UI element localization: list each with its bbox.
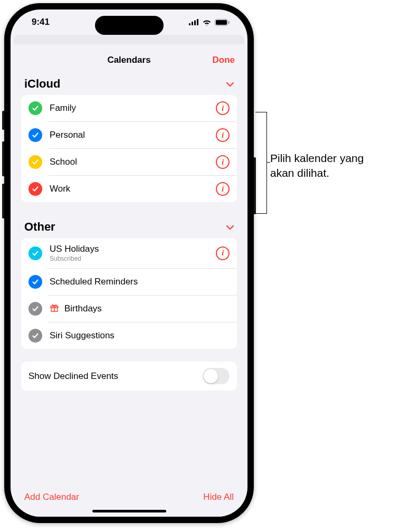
add-calendar-button[interactable]: Add Calendar <box>24 492 79 502</box>
chevron-down-icon <box>226 223 234 232</box>
check-icon <box>28 101 42 115</box>
hide-all-button[interactable]: Hide All <box>203 492 234 502</box>
check-icon <box>28 329 42 343</box>
gift-icon <box>50 303 59 315</box>
check-icon <box>28 302 42 316</box>
info-button[interactable]: i <box>216 155 230 169</box>
svg-rect-0 <box>189 23 190 25</box>
callout-line2: akan dilihat. <box>270 167 329 179</box>
status-icons <box>189 19 230 26</box>
callout-line1: Pilih kalender yang <box>270 152 364 164</box>
callout-tick <box>255 112 267 112</box>
calendar-row-personal[interactable]: Personal i <box>21 122 237 148</box>
section-title: iCloud <box>24 77 60 91</box>
show-declined-row: Show Declined Events <box>21 362 237 391</box>
calendars-sheet: Calendars Done iCloud Family i <box>13 44 245 517</box>
calendar-label: US Holidays <box>50 244 208 254</box>
calendar-label: Scheduled Reminders <box>50 277 230 287</box>
calendar-row-us-holidays[interactable]: US Holidays Subscribed i <box>21 238 237 268</box>
calendar-row-work[interactable]: Work i <box>21 176 237 202</box>
other-list: US Holidays Subscribed i Scheduled Remin… <box>21 238 237 349</box>
options-list: Show Declined Events <box>21 362 237 391</box>
show-declined-label: Show Declined Events <box>28 371 118 382</box>
status-bar: 9:41 <box>11 10 247 35</box>
check-icon <box>28 182 42 196</box>
svg-rect-1 <box>192 22 193 25</box>
svg-rect-3 <box>197 19 198 25</box>
check-icon <box>28 128 42 142</box>
info-button[interactable]: i <box>216 182 230 196</box>
svg-rect-6 <box>228 21 230 24</box>
status-time: 9:41 <box>32 17 50 27</box>
calendar-label: School <box>50 157 208 167</box>
calendar-row-siri-suggestions[interactable]: Siri Suggestions <box>21 322 237 349</box>
wifi-icon <box>202 19 212 26</box>
svg-rect-5 <box>216 20 227 25</box>
info-button[interactable]: i <box>216 246 230 260</box>
show-declined-toggle[interactable] <box>203 368 230 384</box>
phone-screen: 9:41 Calendars Done iCloud <box>11 10 247 517</box>
sheet-title: Calendars <box>107 55 150 65</box>
home-indicator[interactable] <box>92 510 166 512</box>
sheet-header: Calendars Done <box>13 48 245 72</box>
calendar-label: Work <box>50 184 208 194</box>
calendar-label: Personal <box>50 130 208 140</box>
callout-text: Pilih kalender yang akan dilihat. <box>270 151 364 181</box>
done-button[interactable]: Done <box>213 55 235 65</box>
calendar-row-school[interactable]: School i <box>21 149 237 175</box>
callout-tick <box>255 213 267 214</box>
calendar-label: Siri Suggestions <box>50 330 230 341</box>
svg-rect-2 <box>194 21 196 26</box>
check-icon <box>28 246 42 260</box>
bottom-toolbar: Add Calendar Hide All <box>13 484 245 505</box>
background-sheet-strip <box>14 35 244 44</box>
calendar-row-birthdays[interactable]: Birthdays <box>21 296 237 322</box>
calendar-label: Birthdays <box>64 303 230 314</box>
calendar-row-family[interactable]: Family i <box>21 95 237 121</box>
callout-bracket <box>255 112 267 213</box>
section-header-other[interactable]: Other <box>13 215 245 238</box>
calendar-row-scheduled-reminders[interactable]: Scheduled Reminders <box>21 269 237 295</box>
toggle-knob <box>204 369 218 383</box>
cellular-icon <box>189 19 199 25</box>
section-title: Other <box>24 220 55 234</box>
chevron-down-icon <box>226 80 234 89</box>
info-button[interactable]: i <box>216 128 230 142</box>
section-header-icloud[interactable]: iCloud <box>13 72 245 95</box>
info-button[interactable]: i <box>216 101 230 115</box>
dynamic-island <box>95 16 164 35</box>
phone-frame: 9:41 Calendars Done iCloud <box>4 3 254 523</box>
calendar-sublabel: Subscribed <box>50 255 208 262</box>
icloud-list: Family i Personal i School i <box>21 95 237 202</box>
calendar-label: Family <box>50 103 208 113</box>
check-icon <box>28 155 42 169</box>
check-icon <box>28 275 42 289</box>
battery-icon <box>215 19 230 26</box>
